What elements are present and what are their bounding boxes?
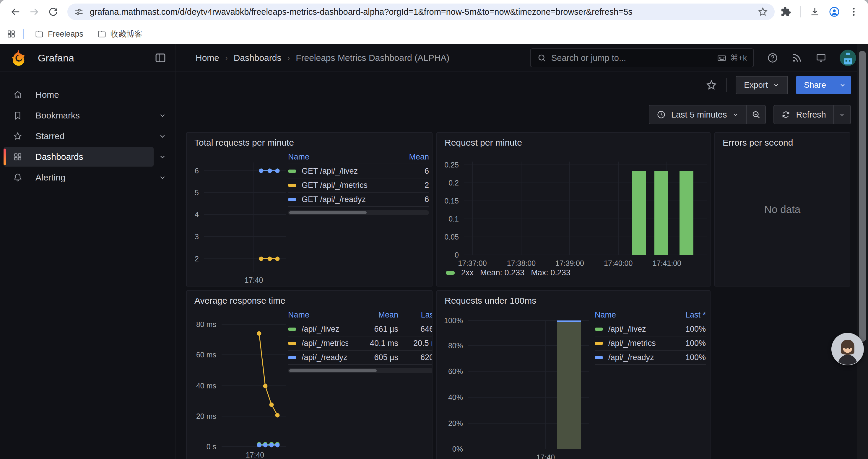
panel-total-requests-per-minute: Total requests per minute 6543217:40 Nam… [186,132,433,287]
browser-window: grafana.mathmast.com/d/deytv4rwavabkb/fr… [0,0,868,459]
favorite-star-icon[interactable] [706,79,717,91]
x-axis-tick: 17:40:00 [604,259,632,268]
sidebar-link-starred[interactable]: Starred [4,126,154,146]
url-text[interactable]: grafana.mathmast.com/d/deytv4rwavabkb/fr… [90,7,753,17]
downloads-icon[interactable] [809,6,820,17]
panel-title[interactable]: Errors per second [723,138,793,148]
breadcrumb-item: Freeleaps Metrics Dashboard (ALPHA) [296,53,450,63]
legend-value: 2 [394,181,429,190]
series-name[interactable]: /api/_/metrics [595,339,664,348]
bookmark-star-icon[interactable] [757,6,768,17]
series-name[interactable]: GET /api/_/metrics [288,181,394,190]
chevron-down-icon[interactable] [154,173,172,182]
series-name[interactable]: /api/_/readyz [595,353,664,362]
reload-button[interactable] [45,4,61,20]
legend-scrollbar-thumb[interactable] [289,369,377,372]
data-point [275,169,279,173]
forward-button[interactable] [26,4,42,20]
legend-column-header[interactable]: Name [288,153,394,162]
legend-scrollbar[interactable] [288,368,433,373]
series-name[interactable]: GET /api/_/livez [288,167,394,176]
data-point [259,256,264,261]
series-name[interactable]: /api/_/readyz [288,353,348,362]
time-range-picker[interactable]: Last 5 minutes [649,105,747,124]
help-icon[interactable] [767,52,778,64]
legend-column-header[interactable]: Mean [348,310,398,320]
sidebar-link-bookmarks[interactable]: Bookmarks [4,106,154,125]
chart-plot[interactable]: 100%80%60%40%20%0%17:40 [468,321,589,449]
bookmark-folder-blogs[interactable]: 收藏博客 [94,27,146,41]
share-dropdown-chevron[interactable] [834,76,851,94]
series-color-swatch [288,342,296,345]
chart-plot[interactable]: 80 ms60 ms40 ms20 ms0 s17:40 [222,321,286,447]
share-label[interactable]: Share [796,76,834,94]
zoom-out-button[interactable] [746,105,765,124]
series-name[interactable]: 2xx [461,268,473,277]
extensions-icon[interactable] [780,6,791,17]
legend-column-header[interactable]: Name [595,310,664,320]
refresh-button[interactable]: Refresh [774,105,833,124]
legend-column-header[interactable]: Name [288,310,348,320]
apps-grid-icon[interactable] [6,29,16,39]
chart-plot[interactable]: 6543217:40 [204,162,286,272]
legend-column-header[interactable]: Las [398,310,433,320]
gridline-vertical [546,321,546,449]
legend-scrollbar-thumb[interactable] [289,211,367,214]
breadcrumb-item[interactable]: Home [195,53,219,63]
grafana-brand[interactable]: Grafana [38,52,144,64]
chevron-down-icon[interactable] [154,153,172,161]
browser-menu-icon[interactable] [848,6,859,17]
refresh-interval-chevron[interactable] [833,105,850,124]
chevron-down-icon[interactable] [154,111,172,120]
breadcrumb-item[interactable]: Dashboards [234,53,282,63]
legend-max: Max: 0.233 [531,268,570,277]
sidebar-collapse-icon[interactable] [154,52,167,64]
y-axis-tick: 5 [195,189,199,197]
legend-scrollbar[interactable] [288,210,429,215]
floating-assistant-avatar[interactable] [831,333,864,365]
back-button[interactable] [7,4,24,20]
user-avatar[interactable] [840,50,856,66]
data-point [267,169,272,173]
y-axis-tick: 0.05 [444,233,459,241]
sidebar-link-dashboards[interactable]: Dashboards [4,147,154,167]
chart-plot[interactable]: 0.250.20.150.10.05017:37:0017:38:0017:39… [464,162,707,255]
series-color-swatch [288,198,296,201]
search-input[interactable]: Search or jump to... ⌘+k [530,48,754,67]
profile-icon[interactable] [829,6,840,17]
export-button[interactable]: Export [736,76,788,94]
bookmark-folder-freeleaps[interactable]: Freeleaps [31,28,87,40]
sidebar-link-home[interactable]: Home [4,85,154,104]
y-axis-tick: 6 [195,167,199,175]
legend-row: /api/_/metrics40.1 ms20.5 r [288,336,433,350]
series-name[interactable]: /api/_/livez [288,325,348,334]
sidebar-item-starred: Starred [4,126,172,146]
panel-title[interactable]: Total requests per minute [194,138,294,148]
scrollbar-thumb[interactable] [859,51,866,342]
page-scrollbar[interactable] [857,44,868,459]
share-button[interactable]: Share [796,76,851,94]
site-settings-icon[interactable] [74,7,84,17]
series-name[interactable]: /api/_/livez [595,325,664,334]
legend-column-header[interactable]: Last * [664,310,706,320]
series-color-swatch [595,356,603,359]
news-rss-icon[interactable] [791,52,802,64]
sidebar-link-alerting[interactable]: Alerting [4,168,154,187]
panel-title[interactable]: Average response time [194,296,285,306]
legend-header-row: NameMean [288,150,429,164]
panel-title[interactable]: Requests under 100ms [445,296,536,306]
legend-column-header[interactable]: Mean [394,153,429,162]
y-axis-tick: 60 ms [196,351,216,359]
series-name[interactable]: GET /api/_/readyz [288,195,394,204]
sidebar-item-label: Home [35,90,59,100]
address-bar[interactable]: grafana.mathmast.com/d/deytv4rwavabkb/fr… [67,4,775,20]
x-axis-tick: 17:41:00 [653,259,681,268]
y-axis-tick: 0 [455,251,459,259]
chevron-down-icon [839,81,846,89]
chevron-down-icon[interactable] [154,132,172,140]
display-kiosk-icon[interactable] [815,52,827,64]
panel-title[interactable]: Request per minute [445,138,522,148]
clock-icon [656,110,666,119]
grafana-logo-icon[interactable] [10,49,27,66]
series-name[interactable]: /api/_/metrics [288,339,348,348]
